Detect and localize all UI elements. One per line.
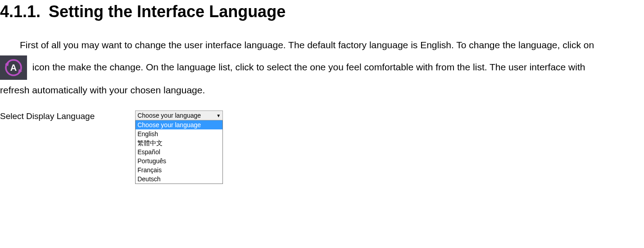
language-option[interactable]: Español: [136, 147, 222, 156]
language-option[interactable]: English: [136, 129, 222, 138]
description-paragraph: First of all you may want to change the …: [0, 35, 644, 101]
language-option[interactable]: Français: [136, 165, 222, 175]
language-dropdown-selected[interactable]: Choose your language ▼: [135, 110, 223, 120]
chevron-down-icon: ▼: [216, 113, 221, 118]
paragraph-line-3: refresh automatically with your chosen l…: [0, 80, 644, 101]
section-number: 4.1.1.: [0, 2, 41, 21]
language-selector-row: Select Display Language Choose your lang…: [0, 110, 644, 184]
language-option[interactable]: Deutsch: [136, 175, 222, 184]
section-title: Setting the Interface Language: [49, 2, 286, 21]
svg-text:A: A: [10, 63, 17, 73]
section-heading: 4.1.1.Setting the Interface Language: [0, 0, 644, 21]
language-option[interactable]: 繁體中文: [136, 138, 222, 147]
language-option[interactable]: Choose your language: [136, 120, 222, 129]
language-dropdown[interactable]: Choose your language ▼ Choose your langu…: [135, 110, 223, 184]
paragraph-line-1: First of all you may want to change the …: [0, 35, 644, 55]
language-icon: A: [0, 55, 27, 80]
language-option[interactable]: Português: [136, 156, 222, 165]
paragraph-line-2-text: icon the make the change. On the languag…: [30, 62, 585, 72]
language-dropdown-list: Choose your language English 繁體中文 Españo…: [135, 120, 223, 184]
language-dropdown-selected-text: Choose your language: [137, 112, 201, 119]
language-selector-label: Select Display Language: [0, 110, 95, 121]
paragraph-line-2: A icon the make the change. On the langu…: [0, 55, 644, 80]
